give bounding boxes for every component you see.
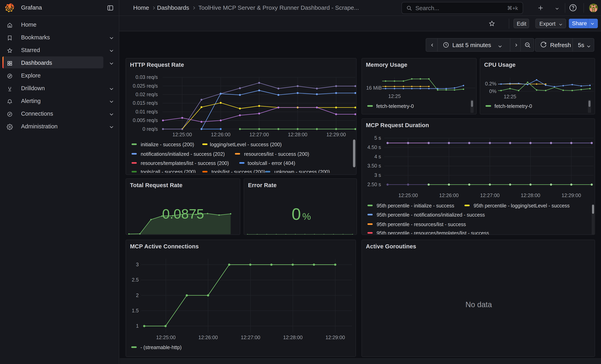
- svg-text:0%: 0%: [489, 89, 496, 94]
- svg-text:2.5: 2.5: [132, 277, 139, 283]
- svg-text:0: 0: [291, 205, 301, 223]
- svg-text:95th percentile - initialize -: 95th percentile - initialize - success: [377, 203, 454, 208]
- svg-text:fetch-telemetry-0: fetch-telemetry-0: [376, 103, 414, 109]
- svg-text:notifications/initialized - su: notifications/initialized - success (202…: [141, 151, 225, 157]
- svg-text:0.03 req/s: 0.03 req/s: [136, 74, 158, 80]
- svg-text:0.0875: 0.0875: [162, 206, 204, 222]
- svg-text:95th percentile - resources/te: 95th percentile - resources/templates/li…: [377, 230, 489, 235]
- svg-text:95th percentile - logging/setL: 95th percentile - logging/setLevel - suc…: [474, 203, 570, 208]
- svg-text:12:27:00: 12:27:00: [250, 132, 269, 137]
- svg-text:0.025 req/s: 0.025 req/s: [133, 83, 158, 89]
- svg-text:0 req/s: 0 req/s: [142, 126, 158, 132]
- svg-text:0.005 req/s: 0.005 req/s: [133, 118, 158, 123]
- svg-text:12:29:00: 12:29:00: [562, 193, 581, 198]
- svg-text:12:28:00: 12:28:00: [288, 132, 308, 137]
- svg-text:0.2%: 0.2%: [485, 81, 496, 87]
- svg-text:fetch-telemetry-0: fetch-telemetry-0: [494, 103, 532, 109]
- svg-text:resources/templates/list - suc: resources/templates/list - success (200): [141, 160, 229, 166]
- svg-text:95th percentile - resources/li: 95th percentile - resources/list - succe…: [377, 222, 466, 227]
- svg-text:0.015 req/s: 0.015 req/s: [133, 100, 158, 106]
- svg-text:initialize - success (200): initialize - success (200): [141, 142, 194, 147]
- svg-text:- (streamable-http): - (streamable-http): [140, 344, 181, 350]
- svg-text:logging/setLevel - success (20: logging/setLevel - success (200): [210, 142, 282, 147]
- svg-text:12:25: 12:25: [504, 94, 516, 99]
- svg-text:12:25:00: 12:25:00: [156, 334, 175, 340]
- svg-text:0.02 req/s: 0.02 req/s: [136, 92, 158, 97]
- svg-text:tools/call - error (404): tools/call - error (404): [248, 160, 295, 166]
- svg-text:5 s: 5 s: [374, 135, 381, 141]
- svg-text:tools/list - success (200): tools/list - success (200): [211, 169, 265, 173]
- svg-text:12:28:00: 12:28:00: [521, 193, 540, 198]
- svg-text:12:28:00: 12:28:00: [283, 334, 302, 340]
- svg-text:3: 3: [136, 262, 139, 267]
- svg-text:12:25: 12:25: [388, 93, 401, 99]
- svg-text:%: %: [302, 211, 311, 222]
- svg-text:2.50 s: 2.50 s: [367, 182, 381, 187]
- svg-text:12:26:00: 12:26:00: [198, 334, 218, 340]
- svg-text:unknown - success (200): unknown - success (200): [274, 169, 330, 173]
- svg-text:16 MiB: 16 MiB: [366, 85, 382, 91]
- svg-text:1.5: 1.5: [132, 308, 139, 313]
- svg-text:3.50 s: 3.50 s: [367, 163, 381, 168]
- svg-text:12:26:00: 12:26:00: [211, 132, 230, 137]
- svg-text:0.01 req/s: 0.01 req/s: [136, 109, 158, 114]
- svg-text:resources/list - success (200): resources/list - success (200): [244, 151, 309, 157]
- svg-text:2: 2: [136, 293, 139, 298]
- svg-text:12:27:00: 12:27:00: [480, 193, 500, 198]
- svg-text:12:26:00: 12:26:00: [439, 193, 459, 198]
- svg-text:12:29:00: 12:29:00: [326, 334, 345, 340]
- svg-text:12:27:00: 12:27:00: [241, 334, 260, 340]
- svg-text:4 s: 4 s: [374, 154, 381, 159]
- svg-text:12:29:00: 12:29:00: [326, 132, 346, 137]
- svg-text:3 s: 3 s: [374, 172, 381, 178]
- svg-text:1: 1: [136, 323, 139, 329]
- svg-text:tools/call - success (200): tools/call - success (200): [141, 169, 196, 173]
- svg-text:12:25:00: 12:25:00: [172, 132, 192, 137]
- svg-text:95th percentile - notification: 95th percentile - notifications/initiali…: [377, 212, 485, 217]
- svg-text:4.50 s: 4.50 s: [367, 144, 381, 150]
- svg-text:12:25:00: 12:25:00: [398, 193, 418, 198]
